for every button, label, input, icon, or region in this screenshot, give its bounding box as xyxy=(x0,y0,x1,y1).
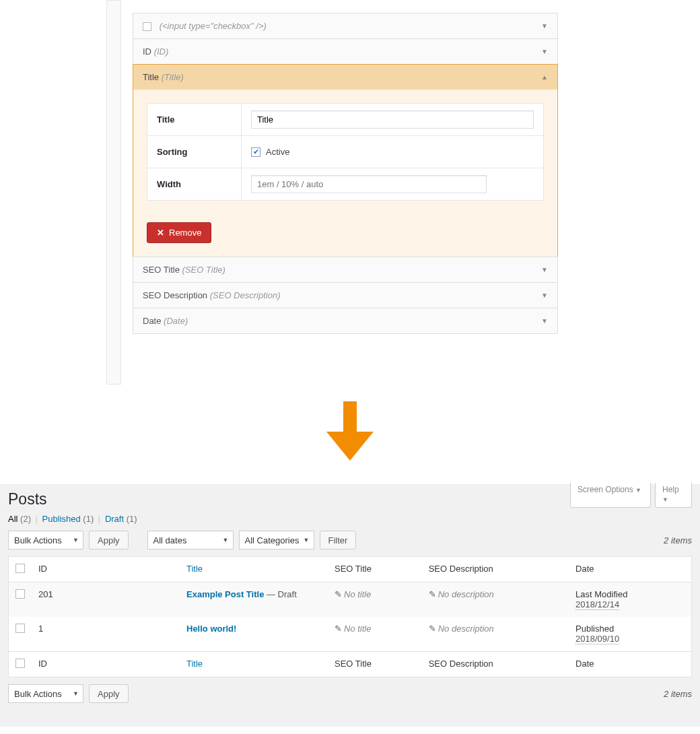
sorting-active-label: Active xyxy=(266,147,289,157)
row-slug: (SEO Description) xyxy=(210,290,281,300)
select-all-checkbox[interactable] xyxy=(15,564,25,573)
col-title[interactable]: Title xyxy=(180,557,328,582)
chevron-down-icon: ▼ xyxy=(541,317,548,325)
chevron-down-icon: ▼ xyxy=(541,292,548,299)
row-slug: (Title) xyxy=(162,72,184,82)
row-checkbox[interactable] xyxy=(15,624,25,633)
column-accordion: (<input type="checkbox" />) ▼ ID (ID) ▼ … xyxy=(133,0,558,334)
pencil-icon: ✎ xyxy=(335,589,342,599)
col-seo-title[interactable]: SEO Title xyxy=(328,557,422,582)
col-seo-title-foot[interactable]: SEO Title xyxy=(328,652,422,677)
select-all-checkbox-bottom[interactable] xyxy=(15,659,25,668)
row-seo-title: No title xyxy=(344,624,371,634)
row-slug: (ID) xyxy=(154,46,169,57)
status-filter-links: All (2) | Published (1) | Draft (1) xyxy=(8,511,692,531)
bulk-actions-select-bottom[interactable]: Bulk Actions xyxy=(8,684,83,703)
top-toolbar: Bulk Actions Apply All dates All Categor… xyxy=(8,531,692,556)
width-field-label: Width xyxy=(147,168,242,200)
col-seo-desc[interactable]: SEO Description xyxy=(422,557,569,582)
bottom-toolbar: Bulk Actions Apply 2 items xyxy=(8,677,692,703)
row-title-link[interactable]: Example Post Title xyxy=(186,589,264,599)
row-date-value: 2018/12/14 xyxy=(575,599,619,610)
table-row: 201 Example Post Title — Draft ✎No title… xyxy=(9,582,692,618)
remove-label: Remove xyxy=(169,228,201,238)
chevron-up-icon: ▲ xyxy=(541,73,548,81)
row-seo-desc: No description xyxy=(438,589,494,599)
column-row-seo-title[interactable]: SEO Title (SEO Title) ▼ xyxy=(133,257,558,283)
sorting-checkbox[interactable]: ✔ xyxy=(251,147,260,157)
row-label: Date xyxy=(143,316,161,326)
column-row-title-header[interactable]: Title (Title) ▲ xyxy=(133,65,557,90)
posts-section: Posts Screen Options ▼ Help ▼ All (2) | … xyxy=(0,484,700,727)
row-label: Title xyxy=(143,72,159,82)
date-filter-select[interactable]: All dates xyxy=(147,531,234,549)
title-field-label: Title xyxy=(147,104,242,135)
category-filter-select[interactable]: All Categories xyxy=(239,531,314,549)
remove-button[interactable]: ✕ Remove xyxy=(147,222,211,243)
row-seo-title: No title xyxy=(344,589,371,599)
row-label: SEO Description xyxy=(143,290,207,300)
column-row-date[interactable]: Date (Date) ▼ xyxy=(133,308,558,334)
arrow-down-icon xyxy=(323,401,377,462)
pencil-icon: ✎ xyxy=(429,624,436,634)
row-date-label: Published xyxy=(575,624,614,634)
col-id-foot[interactable]: ID xyxy=(32,652,180,677)
col-seo-desc-foot[interactable]: SEO Description xyxy=(422,652,569,677)
items-count-top: 2 items xyxy=(664,535,692,545)
col-id[interactable]: ID xyxy=(32,557,180,582)
filter-all[interactable]: All (2) xyxy=(8,514,31,524)
row-date-value: 2018/09/10 xyxy=(575,634,619,644)
filter-button[interactable]: Filter xyxy=(320,531,357,549)
posts-table: ID Title SEO Title SEO Description Date … xyxy=(8,556,692,677)
items-count-bottom: 2 items xyxy=(664,689,692,699)
sorting-field-label: Sorting xyxy=(147,136,242,168)
column-row-id[interactable]: ID (ID) ▼ xyxy=(133,38,558,65)
row-slug: (Date) xyxy=(164,316,188,326)
title-input[interactable] xyxy=(251,110,534,129)
sidebar-strip xyxy=(106,0,121,385)
bulk-actions-select[interactable]: Bulk Actions xyxy=(8,531,83,549)
row-seo-desc: No description xyxy=(438,624,494,634)
row-title-link[interactable]: Hello world! xyxy=(186,624,236,634)
row-status: — Draft xyxy=(264,589,296,599)
row-id: 1 xyxy=(32,617,180,652)
checkbox-code: (<input type="checkbox" />) xyxy=(160,21,267,31)
col-date-foot[interactable]: Date xyxy=(569,652,691,677)
down-arrow-graphic xyxy=(0,385,700,484)
row-date-label: Last Modified xyxy=(575,589,627,599)
title-fields: Title Sorting ✔ Active Width xyxy=(147,103,544,201)
row-slug: (SEO Title) xyxy=(182,265,225,275)
filter-draft[interactable]: Draft (1) xyxy=(105,514,137,524)
column-row-seo-description[interactable]: SEO Description (SEO Description) ▼ xyxy=(133,282,558,308)
chevron-down-icon: ▼ xyxy=(541,266,548,273)
column-row-checkbox[interactable]: (<input type="checkbox" />) ▼ xyxy=(133,13,558,39)
screen-options-button[interactable]: Screen Options ▼ xyxy=(570,483,651,508)
chevron-down-icon: ▼ xyxy=(541,48,548,55)
table-row: 1 Hello world! ✎No title ✎No description… xyxy=(9,617,692,652)
apply-button-top[interactable]: Apply xyxy=(89,531,129,549)
row-label: SEO Title xyxy=(143,265,180,275)
pencil-icon: ✎ xyxy=(335,624,342,634)
row-checkbox[interactable] xyxy=(15,589,25,599)
chevron-down-icon: ▼ xyxy=(541,22,548,30)
width-input[interactable] xyxy=(251,175,487,193)
column-row-title: Title (Title) ▲ Title Sorting xyxy=(133,64,558,257)
row-id: 201 xyxy=(32,582,180,618)
col-date[interactable]: Date xyxy=(569,557,691,582)
page-title: Posts xyxy=(8,484,47,511)
checkbox-icon xyxy=(143,22,151,31)
pencil-icon: ✎ xyxy=(429,589,436,599)
help-button[interactable]: Help ▼ xyxy=(655,483,692,508)
apply-button-bottom[interactable]: Apply xyxy=(89,684,129,703)
row-label: ID xyxy=(143,46,151,57)
close-icon: ✕ xyxy=(157,228,164,238)
col-title-foot[interactable]: Title xyxy=(180,652,328,677)
filter-published[interactable]: Published (1) xyxy=(42,514,94,524)
